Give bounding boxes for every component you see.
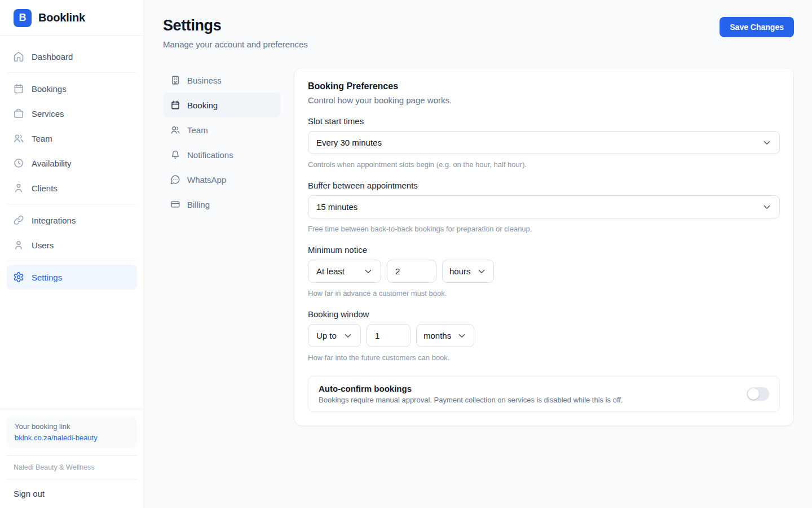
sidebar-item-dashboard[interactable]: Dashboard xyxy=(7,44,137,69)
sidebar-item-clients[interactable]: Clients xyxy=(7,176,137,200)
chevron-down-icon xyxy=(762,138,772,148)
minimum-notice-help: How far in advance a customer must book. xyxy=(308,289,780,297)
sidebar-item-availability[interactable]: Availability xyxy=(7,151,137,176)
credit-card-icon xyxy=(170,199,180,209)
sidebar-item-label: Integrations xyxy=(32,216,76,225)
home-icon xyxy=(13,51,24,62)
main-content: Settings Manage your account and prefere… xyxy=(144,0,812,508)
booking-window-unit-value: months xyxy=(423,331,451,340)
minimum-notice-qualifier-select[interactable]: At least xyxy=(308,260,381,283)
booking-window-qualifier-value: Up to xyxy=(316,331,337,340)
page-header: Settings Manage your account and prefere… xyxy=(163,17,794,49)
minimum-notice-qualifier-value: At least xyxy=(316,266,345,276)
slot-start-select[interactable]: Every 30 minutes xyxy=(308,131,780,154)
card-title: Booking Preferences xyxy=(308,81,780,91)
buffer-select[interactable]: 15 minutes xyxy=(308,195,780,218)
subnav-item-notifications[interactable]: Notifications xyxy=(163,142,280,167)
business-name: Naledi Beauty & Wellness xyxy=(7,456,137,479)
booking-window-label: Booking window xyxy=(308,309,780,319)
subnav-item-label: Booking xyxy=(187,100,218,110)
booklink-logo-icon: B xyxy=(14,9,32,27)
subnav-item-team[interactable]: Team xyxy=(163,117,280,142)
sidebar-item-settings[interactable]: Settings xyxy=(7,265,137,290)
building-icon xyxy=(170,75,180,85)
buffer-label: Buffer between appointments xyxy=(308,181,780,190)
clock-icon xyxy=(13,157,24,169)
auto-confirm-toggle[interactable] xyxy=(747,387,769,401)
sign-out-button[interactable]: Sign out xyxy=(7,479,137,508)
sidebar-item-services[interactable]: Services xyxy=(7,101,137,126)
page-subtitle: Manage your account and preferences xyxy=(163,40,308,49)
calendar-icon xyxy=(170,100,180,110)
booking-link-box: Your booking link bklnk.co.za/naledi-bea… xyxy=(7,416,137,448)
subnav-item-label: Billing xyxy=(187,200,210,209)
minimum-notice-unit-select[interactable]: hours xyxy=(442,260,494,283)
card-subtitle: Control how your booking page works. xyxy=(308,95,780,105)
minimum-notice-label: Minimum notice xyxy=(308,245,780,255)
auto-confirm-box: Auto-confirm bookings Bookings require m… xyxy=(308,376,780,412)
bell-icon xyxy=(170,150,180,160)
sidebar-divider xyxy=(7,204,137,204)
chevron-down-icon xyxy=(343,331,353,341)
slot-start-label: Slot start times xyxy=(308,116,780,126)
subnav-item-billing[interactable]: Billing xyxy=(163,192,280,217)
chevron-down-icon xyxy=(457,331,467,341)
brand-name: Booklink xyxy=(38,11,85,24)
minimum-notice-amount-input[interactable] xyxy=(387,260,436,283)
sidebar-spacer xyxy=(0,290,144,409)
slot-start-help: Controls when appointment slots begin (e… xyxy=(308,160,780,169)
sidebar-nav: Dashboard Bookings Services Team Avai xyxy=(0,36,144,290)
calendar-icon xyxy=(13,83,24,94)
save-changes-button[interactable]: Save Changes xyxy=(720,17,794,37)
subnav-item-label: Team xyxy=(187,125,208,135)
sidebar-item-team[interactable]: Team xyxy=(7,126,137,151)
booking-window-help: How far into the future customers can bo… xyxy=(308,353,780,362)
chevron-down-icon xyxy=(363,266,373,277)
sidebar-divider xyxy=(7,72,137,73)
sidebar: B Booklink Dashboard Bookings Services xyxy=(0,0,144,508)
subnav-item-label: Notifications xyxy=(187,150,233,160)
users-icon xyxy=(170,125,180,135)
user-icon xyxy=(13,239,24,251)
link-icon xyxy=(13,214,24,226)
subnav-item-booking[interactable]: Booking xyxy=(163,93,280,117)
auto-confirm-title: Auto-confirm bookings xyxy=(319,384,623,393)
page-title: Settings xyxy=(163,17,308,34)
auto-confirm-description: Bookings require manual approval. Paymen… xyxy=(319,396,623,404)
booking-window-qualifier-select[interactable]: Up to xyxy=(308,324,361,347)
sidebar-item-label: Services xyxy=(32,109,64,119)
subnav-item-business[interactable]: Business xyxy=(163,68,280,93)
sidebar-item-label: Bookings xyxy=(32,84,67,94)
subnav-item-label: WhatsApp xyxy=(187,175,226,185)
sidebar-item-label: Availability xyxy=(32,159,72,168)
sidebar-item-label: Team xyxy=(32,134,52,143)
booking-window-unit-select[interactable]: months xyxy=(416,324,474,347)
chevron-down-icon xyxy=(762,202,772,212)
booking-link-url[interactable]: bklnk.co.za/naledi-beauty xyxy=(15,433,129,442)
gear-icon xyxy=(13,271,24,283)
booking-window-amount-input[interactable] xyxy=(367,324,411,347)
sidebar-item-label: Users xyxy=(32,240,54,250)
sidebar-item-bookings[interactable]: Bookings xyxy=(7,76,137,101)
sidebar-item-integrations[interactable]: Integrations xyxy=(7,208,137,233)
buffer-help: Free time between back-to-back bookings … xyxy=(308,225,780,233)
booking-link-label: Your booking link xyxy=(15,422,129,431)
sidebar-divider xyxy=(7,261,137,261)
minimum-notice-unit-value: hours xyxy=(449,266,471,276)
users-icon xyxy=(13,133,24,144)
toggle-knob xyxy=(748,388,759,400)
sidebar-item-label: Settings xyxy=(32,273,62,282)
subnav-item-whatsapp[interactable]: WhatsApp xyxy=(163,167,280,192)
booking-preferences-card: Booking Preferences Control how your boo… xyxy=(294,68,794,426)
buffer-value: 15 minutes xyxy=(316,202,358,212)
settings-subnav: Business Booking Team Notifications xyxy=(163,68,280,217)
user-round-icon xyxy=(13,182,24,194)
sidebar-item-label: Dashboard xyxy=(32,52,73,62)
briefcase-icon xyxy=(13,108,24,119)
sidebar-item-label: Clients xyxy=(32,183,58,193)
chevron-down-icon xyxy=(476,266,487,277)
brand: B Booklink xyxy=(0,0,144,36)
slot-start-value: Every 30 minutes xyxy=(316,138,382,147)
sidebar-item-users[interactable]: Users xyxy=(7,233,137,257)
sidebar-footer: Your booking link bklnk.co.za/naledi-bea… xyxy=(0,409,144,508)
